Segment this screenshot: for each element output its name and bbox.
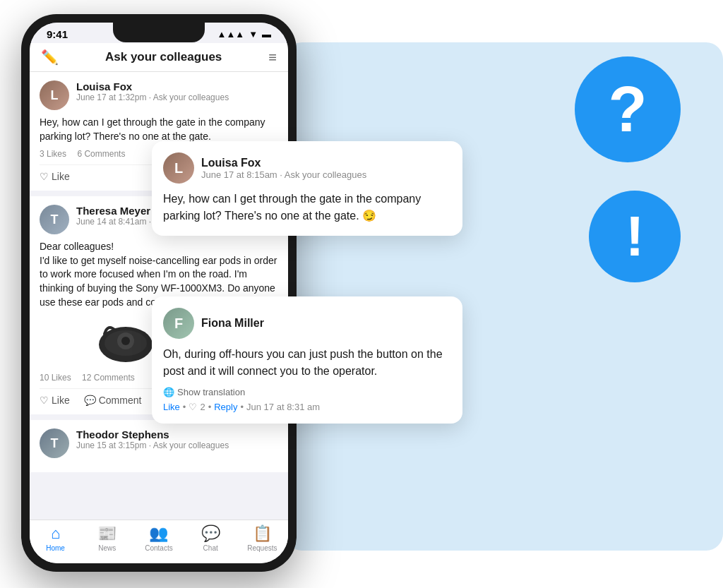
tab-chat[interactable]: 💬 Chat [193,524,228,552]
feed: L Louisa Fox June 17 at 1:32pm · Ask you… [30,72,288,520]
card-avatar-louisa: L [163,152,194,184]
post-card-theodor: T Theodor Stephens June 15 at 3:15pm · A… [30,420,288,472]
requests-icon: 📋 [253,524,272,543]
dot-separator-2: • [208,402,212,412]
avatar-theresa: T [40,205,69,234]
tab-news[interactable]: 📰 News [90,524,125,552]
likes-count: 3 Likes [40,149,66,159]
tab-requests[interactable]: 📋 Requests [244,524,280,552]
card-footer: 🌐 Show translation Like • ♡ 2 • Reply • … [163,387,451,412]
phone-screen: 9:41 ▲▲▲ ▼ ▬ ✏️ Ask your colleagues ≡ L … [30,23,288,563]
translation-label: Show translation [177,387,245,397]
post-header: L Louisa Fox June 17 at 1:32pm · Ask you… [40,80,278,110]
card-date: June 17 at 8:15am · Ask your colleagues [201,169,366,180]
avatar-louisa: L [40,80,69,110]
comments-count: 6 Comments [77,149,125,159]
like-button[interactable]: ♡ Like [40,171,70,182]
nav-bar: ✏️ Ask your colleagues ≡ [30,43,288,72]
battery-icon: ▬ [262,29,271,40]
question-circle: ? [575,56,681,162]
avatar-theodor: T [40,428,69,458]
post-date: June 14 at 8:41am · [76,217,151,227]
home-icon: ⌂ [51,524,60,543]
post-author: Theresa Meyer [76,205,151,217]
phone-mockup: 9:41 ▲▲▲ ▼ ▬ ✏️ Ask your colleagues ≡ L … [21,14,297,572]
status-time: 9:41 [47,28,68,40]
tab-news-label: News [98,544,116,552]
floating-card-question: L Louisa Fox June 17 at 8:15am · Ask you… [152,141,462,236]
exclamation-symbol: ! [626,208,645,265]
like-link[interactable]: Like [163,402,180,412]
tab-requests-label: Requests [247,544,277,552]
nav-title: Ask your colleagues [105,50,222,64]
comment-label: Comment [99,395,142,406]
heart-icon: ♡ [40,171,49,182]
card-meta-answer: Fiona Miller [201,317,264,330]
tab-chat-label: Chat [203,544,218,552]
tab-contacts-label: Contacts [145,544,172,552]
card-author-fiona: Fiona Miller [201,317,264,330]
likes-count: 10 Likes [40,373,71,383]
card-text-question: Hey, how can I get through the gate in t… [163,191,451,224]
news-icon: 📰 [97,524,116,543]
post-text: Hey, how can I get through the gate in t… [40,116,278,143]
wifi-icon: ▼ [249,29,258,40]
exclamation-circle: ! [589,191,681,282]
like-label: Like [52,395,70,406]
like-label: Like [52,171,70,182]
post-meta-theodor: Theodor Stephens June 15 at 3:15pm · Ask… [76,428,229,450]
like-count: 2 [200,402,205,412]
dot-separator-1: • [183,402,186,412]
card-meta-question: Louisa Fox June 17 at 8:15am · Ask your … [201,157,366,180]
dot-separator-3: • [240,402,244,412]
svg-point-3 [121,337,130,345]
chat-icon: 💬 [201,524,220,543]
question-symbol: ? [609,78,647,141]
comments-count: 12 Comments [82,373,135,383]
post-meta-theresa: Theresa Meyer June 14 at 8:41am · [76,205,151,227]
menu-icon[interactable]: ≡ [268,49,277,66]
tab-home[interactable]: ⌂ Home [38,524,73,552]
tab-bar: ⌂ Home 📰 News 👥 Contacts 💬 Chat 📋 Reques… [30,520,288,563]
phone-notch [113,23,205,42]
comment-icon: 💬 [84,395,96,406]
post-meta: Louisa Fox June 17 at 1:32pm · Ask your … [76,80,229,102]
post-header-theodor: T Theodor Stephens June 15 at 3:15pm · A… [40,428,278,458]
contacts-icon: 👥 [149,524,168,543]
card-text-answer: Oh, during off-hours you can just push t… [163,346,451,380]
reply-link[interactable]: Reply [214,402,237,412]
tab-home-label: Home [46,544,65,552]
card-header-answer: F Fiona Miller [163,308,451,339]
post-author: Theodor Stephens [76,428,229,440]
timestamp: Jun 17 at 8:31 am [246,402,320,412]
compose-icon[interactable]: ✏️ [41,49,59,66]
like-button[interactable]: ♡ Like [40,395,70,406]
post-date: June 17 at 1:32pm · Ask your colleagues [76,92,229,102]
card-author: Louisa Fox [201,157,366,169]
signal-icon: ▲▲▲ [217,29,245,40]
globe-icon: 🌐 [163,387,174,397]
card-header-question: L Louisa Fox June 17 at 8:15am · Ask you… [163,152,451,184]
heart-icon: ♡ [40,395,49,406]
post-author: Louisa Fox [76,80,229,92]
comment-button[interactable]: 💬 Comment [84,395,142,406]
floating-card-answer: F Fiona Miller Oh, during off-hours you … [152,296,462,424]
heart-icon-small: ♡ [189,402,197,412]
card-actions: Like • ♡ 2 • Reply • Jun 17 at 8:31 am [163,402,451,412]
status-icons: ▲▲▲ ▼ ▬ [217,29,271,40]
tab-contacts[interactable]: 👥 Contacts [141,524,177,552]
post-date: June 15 at 3:15pm · Ask your colleagues [76,440,229,450]
translation-row: 🌐 Show translation [163,387,451,397]
card-avatar-fiona: F [163,308,194,339]
